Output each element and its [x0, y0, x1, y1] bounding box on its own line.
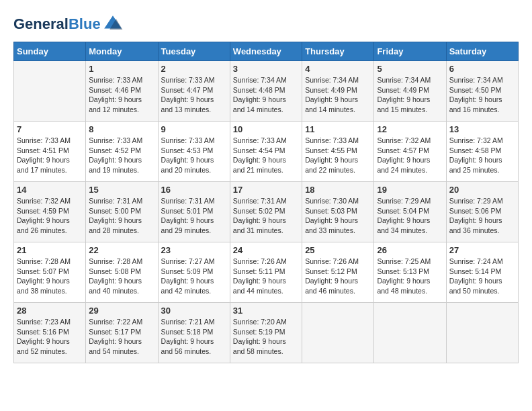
header-row: SundayMondayTuesdayWednesdayThursdayFrid…	[14, 42, 519, 61]
day-cell: 26Sunrise: 7:25 AMSunset: 5:13 PMDayligh…	[374, 242, 446, 303]
day-info: Sunrise: 7:31 AMSunset: 5:00 PMDaylight:…	[89, 196, 154, 236]
day-info: Sunrise: 7:26 AMSunset: 5:12 PMDaylight:…	[305, 257, 371, 296]
day-cell: 4Sunrise: 7:34 AMSunset: 4:49 PMDaylight…	[302, 61, 374, 122]
day-number: 18	[305, 185, 371, 195]
calendar-table: SundayMondayTuesdayWednesdayThursdayFrid…	[13, 42, 519, 363]
day-info: Sunrise: 7:33 AMSunset: 4:46 PMDaylight:…	[89, 75, 154, 115]
header-thursday: Thursday	[302, 42, 374, 61]
day-info: Sunrise: 7:33 AMSunset: 4:54 PMDaylight:…	[233, 136, 299, 175]
week-row-4: 21Sunrise: 7:28 AMSunset: 5:07 PMDayligh…	[14, 242, 519, 303]
day-cell: 6Sunrise: 7:34 AMSunset: 4:50 PMDaylight…	[446, 61, 518, 122]
logo-icon	[102, 13, 124, 35]
day-cell: 27Sunrise: 7:24 AMSunset: 5:14 PMDayligh…	[446, 242, 518, 303]
day-info: Sunrise: 7:32 AMSunset: 4:58 PMDaylight:…	[449, 136, 515, 175]
day-number: 17	[233, 185, 299, 195]
day-info: Sunrise: 7:27 AMSunset: 5:09 PMDaylight:…	[161, 257, 227, 296]
day-number: 14	[17, 185, 83, 195]
day-cell: 3Sunrise: 7:34 AMSunset: 4:48 PMDaylight…	[230, 61, 302, 122]
day-cell: 10Sunrise: 7:33 AMSunset: 4:54 PMDayligh…	[230, 122, 302, 182]
day-info: Sunrise: 7:33 AMSunset: 4:51 PMDaylight:…	[17, 136, 83, 175]
header-saturday: Saturday	[446, 42, 518, 61]
day-info: Sunrise: 7:33 AMSunset: 4:55 PMDaylight:…	[305, 136, 371, 175]
header-tuesday: Tuesday	[158, 42, 230, 61]
day-cell: 29Sunrise: 7:22 AMSunset: 5:17 PMDayligh…	[86, 303, 158, 363]
header-sunday: Sunday	[14, 42, 86, 61]
header-wednesday: Wednesday	[230, 42, 302, 61]
day-number: 19	[377, 185, 443, 195]
day-info: Sunrise: 7:28 AMSunset: 5:07 PMDaylight:…	[17, 257, 83, 296]
day-cell: 14Sunrise: 7:32 AMSunset: 4:59 PMDayligh…	[14, 182, 86, 242]
day-cell: 16Sunrise: 7:31 AMSunset: 5:01 PMDayligh…	[158, 182, 230, 242]
day-number: 20	[449, 185, 515, 195]
week-row-3: 14Sunrise: 7:32 AMSunset: 4:59 PMDayligh…	[14, 182, 519, 242]
day-number: 27	[449, 245, 515, 255]
day-info: Sunrise: 7:31 AMSunset: 5:01 PMDaylight:…	[161, 196, 227, 236]
day-cell: 25Sunrise: 7:26 AMSunset: 5:12 PMDayligh…	[302, 242, 374, 303]
day-cell: 12Sunrise: 7:32 AMSunset: 4:57 PMDayligh…	[374, 122, 446, 182]
day-number: 30	[161, 306, 227, 316]
day-info: Sunrise: 7:31 AMSunset: 5:02 PMDaylight:…	[233, 196, 299, 236]
day-info: Sunrise: 7:33 AMSunset: 4:47 PMDaylight:…	[161, 75, 227, 115]
day-info: Sunrise: 7:24 AMSunset: 5:14 PMDaylight:…	[449, 257, 515, 296]
day-cell: 7Sunrise: 7:33 AMSunset: 4:51 PMDaylight…	[14, 122, 86, 182]
week-row-1: 1Sunrise: 7:33 AMSunset: 4:46 PMDaylight…	[14, 61, 519, 122]
day-cell: 11Sunrise: 7:33 AMSunset: 4:55 PMDayligh…	[302, 122, 374, 182]
day-number: 2	[161, 64, 227, 74]
day-number: 5	[377, 64, 443, 74]
week-row-5: 28Sunrise: 7:23 AMSunset: 5:16 PMDayligh…	[14, 303, 519, 363]
day-number: 31	[233, 306, 299, 316]
day-cell: 20Sunrise: 7:29 AMSunset: 5:06 PMDayligh…	[446, 182, 518, 242]
day-info: Sunrise: 7:25 AMSunset: 5:13 PMDaylight:…	[377, 257, 443, 296]
day-number: 6	[449, 64, 515, 74]
day-info: Sunrise: 7:33 AMSunset: 4:52 PMDaylight:…	[89, 136, 154, 175]
day-info: Sunrise: 7:34 AMSunset: 4:49 PMDaylight:…	[377, 75, 443, 115]
day-number: 28	[17, 306, 83, 316]
day-info: Sunrise: 7:32 AMSunset: 4:59 PMDaylight:…	[17, 196, 83, 236]
logo: GeneralBlue	[13, 13, 124, 35]
day-cell: 24Sunrise: 7:26 AMSunset: 5:11 PMDayligh…	[230, 242, 302, 303]
day-number: 22	[89, 245, 154, 255]
day-number: 10	[233, 124, 299, 134]
day-number: 21	[17, 245, 83, 255]
day-cell: 15Sunrise: 7:31 AMSunset: 5:00 PMDayligh…	[86, 182, 158, 242]
day-cell	[446, 303, 518, 363]
day-info: Sunrise: 7:30 AMSunset: 5:03 PMDaylight:…	[305, 196, 371, 236]
day-cell: 2Sunrise: 7:33 AMSunset: 4:47 PMDaylight…	[158, 61, 230, 122]
page-header: GeneralBlue	[13, 13, 519, 35]
day-number: 7	[17, 124, 83, 134]
day-info: Sunrise: 7:26 AMSunset: 5:11 PMDaylight:…	[233, 257, 299, 296]
day-info: Sunrise: 7:34 AMSunset: 4:49 PMDaylight:…	[305, 75, 371, 115]
day-cell: 22Sunrise: 7:28 AMSunset: 5:08 PMDayligh…	[86, 242, 158, 303]
day-number: 9	[161, 124, 227, 134]
day-cell	[14, 61, 86, 122]
day-cell: 30Sunrise: 7:21 AMSunset: 5:18 PMDayligh…	[158, 303, 230, 363]
day-cell: 21Sunrise: 7:28 AMSunset: 5:07 PMDayligh…	[14, 242, 86, 303]
day-cell: 31Sunrise: 7:20 AMSunset: 5:19 PMDayligh…	[230, 303, 302, 363]
day-cell: 5Sunrise: 7:34 AMSunset: 4:49 PMDaylight…	[374, 61, 446, 122]
day-cell: 13Sunrise: 7:32 AMSunset: 4:58 PMDayligh…	[446, 122, 518, 182]
week-row-2: 7Sunrise: 7:33 AMSunset: 4:51 PMDaylight…	[14, 122, 519, 182]
day-cell: 23Sunrise: 7:27 AMSunset: 5:09 PMDayligh…	[158, 242, 230, 303]
day-number: 4	[305, 64, 371, 74]
logo-text: GeneralBlue	[13, 16, 101, 32]
day-cell: 18Sunrise: 7:30 AMSunset: 5:03 PMDayligh…	[302, 182, 374, 242]
day-cell: 28Sunrise: 7:23 AMSunset: 5:16 PMDayligh…	[14, 303, 86, 363]
day-number: 3	[233, 64, 299, 74]
day-cell: 8Sunrise: 7:33 AMSunset: 4:52 PMDaylight…	[86, 122, 158, 182]
day-cell: 17Sunrise: 7:31 AMSunset: 5:02 PMDayligh…	[230, 182, 302, 242]
day-cell: 9Sunrise: 7:33 AMSunset: 4:53 PMDaylight…	[158, 122, 230, 182]
day-info: Sunrise: 7:34 AMSunset: 4:50 PMDaylight:…	[449, 75, 515, 115]
day-info: Sunrise: 7:28 AMSunset: 5:08 PMDaylight:…	[89, 257, 154, 296]
day-number: 24	[233, 245, 299, 255]
day-number: 12	[377, 124, 443, 134]
day-info: Sunrise: 7:20 AMSunset: 5:19 PMDaylight:…	[233, 317, 299, 357]
header-monday: Monday	[86, 42, 158, 61]
day-info: Sunrise: 7:23 AMSunset: 5:16 PMDaylight:…	[17, 317, 83, 357]
day-cell: 1Sunrise: 7:33 AMSunset: 4:46 PMDaylight…	[86, 61, 158, 122]
day-info: Sunrise: 7:22 AMSunset: 5:17 PMDaylight:…	[89, 317, 154, 357]
day-number: 11	[305, 124, 371, 134]
day-number: 23	[161, 245, 227, 255]
day-cell	[374, 303, 446, 363]
day-info: Sunrise: 7:34 AMSunset: 4:48 PMDaylight:…	[233, 75, 299, 115]
day-info: Sunrise: 7:29 AMSunset: 5:06 PMDaylight:…	[449, 196, 515, 236]
